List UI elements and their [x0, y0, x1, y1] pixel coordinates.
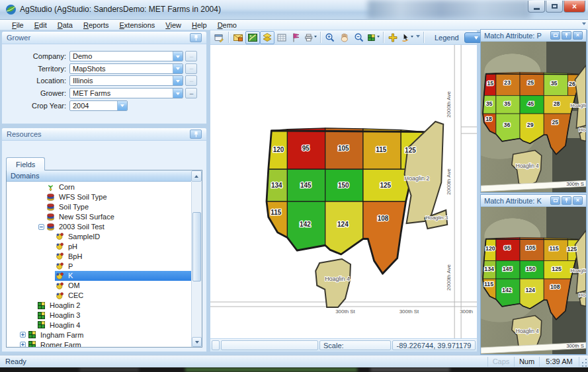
measure-button[interactable]: [386, 31, 400, 44]
close-icon[interactable]: [573, 196, 583, 205]
tree-item-p[interactable]: P: [7, 261, 191, 271]
tree-item-cec[interactable]: CEC: [7, 291, 191, 301]
print-button[interactable]: [304, 31, 318, 44]
chevron-down-icon[interactable]: [173, 64, 183, 73]
tab-fields[interactable]: Fields: [6, 157, 45, 170]
minimize-button[interactable]: [528, 1, 545, 13]
tree-item-bph[interactable]: BpH: [7, 251, 191, 261]
zoom-out-button[interactable]: [352, 31, 366, 44]
expand-icon[interactable]: [19, 342, 27, 347]
resize-grip[interactable]: [579, 357, 588, 367]
map-view-button[interactable]: [245, 31, 260, 44]
legend-toolbar: Legend: [429, 32, 488, 43]
flag-button[interactable]: [289, 31, 304, 44]
restore-icon[interactable]: [550, 31, 560, 40]
field-icon: [37, 320, 46, 329]
scroll-down-button[interactable]: [192, 337, 202, 347]
table-button[interactable]: [274, 31, 289, 44]
tree-item-hoaglin-3[interactable]: Hoaglin 3: [7, 311, 191, 320]
toolbar-overflow-icon[interactable]: [415, 31, 421, 44]
layers-button[interactable]: [260, 31, 274, 44]
map-canvas[interactable]: 2000th Ave2000th Ave2000th Ave300th St30…: [210, 45, 478, 338]
chevron-down-icon[interactable]: [173, 52, 183, 61]
menu-item-file[interactable]: File: [7, 20, 29, 30]
menu-item-reports[interactable]: Reports: [78, 20, 114, 30]
tree-item-ph[interactable]: pH: [7, 241, 191, 251]
map-coordinates: -89.226744, 39.971179: [392, 340, 476, 350]
location-combo[interactable]: Illinois: [69, 75, 183, 86]
pan-button[interactable]: [337, 31, 352, 44]
domains-tree-header: Domains: [7, 170, 191, 182]
pin-icon[interactable]: [190, 130, 202, 139]
chevron-down-icon[interactable]: [117, 101, 127, 110]
tree-item-new-ssi-surface[interactable]: New SSI Surface: [7, 212, 191, 222]
chevron-down-icon[interactable]: [173, 89, 183, 98]
territory-combo[interactable]: MapShots: [69, 63, 183, 74]
crop-year-combo[interactable]: 2004: [69, 100, 128, 111]
caps-indicator: Caps: [487, 357, 514, 367]
territory-value: MapShots: [70, 64, 173, 73]
tree-item-hoaglin-2[interactable]: Hoaglin 2: [7, 301, 191, 311]
company-combo[interactable]: Demo: [69, 51, 183, 61]
chevron-down-icon: [313, 36, 317, 39]
maximize-button[interactable]: [546, 1, 563, 13]
close-icon[interactable]: [573, 31, 583, 40]
attribute-icon: [56, 281, 64, 290]
tree-item-hoaglin-4[interactable]: Hoaglin 4: [7, 320, 191, 330]
farm-icon: [28, 330, 36, 339]
company-label: Company:: [6, 52, 69, 60]
location-value: Illinois: [70, 76, 173, 85]
soil-dataset-icon: [46, 193, 55, 202]
collapse-icon[interactable]: [37, 224, 46, 230]
scrollbar-thumb[interactable]: [192, 212, 201, 281]
mapshot-button[interactable]: [231, 31, 245, 44]
tree-item-om[interactable]: OM: [7, 281, 191, 291]
menu-item-view[interactable]: View: [160, 20, 187, 30]
pin-icon[interactable]: [562, 31, 571, 40]
crop-year-value: 2004: [70, 101, 117, 110]
flag-icon: [291, 32, 302, 43]
company-browse-button: [185, 51, 197, 61]
map-status-segment: [212, 340, 220, 350]
menu-item-edit[interactable]: Edit: [29, 20, 52, 30]
num-indicator: Num: [514, 357, 539, 367]
tree-item-sampleid[interactable]: SampleID: [7, 231, 191, 241]
scroll-up-button[interactable]: [191, 170, 202, 182]
zoom-in-button[interactable]: [323, 31, 337, 44]
tree-item-wfs-soil-type[interactable]: WFS Soil Type: [7, 192, 191, 202]
expand-icon[interactable]: [19, 332, 27, 338]
match-attribute-p-title: Match Attribute: P: [484, 32, 542, 40]
select-button[interactable]: [400, 31, 415, 44]
grower-browse-button[interactable]: [185, 88, 197, 98]
grower-panel-title: Grower: [7, 34, 30, 42]
tree-item-corn[interactable]: Corn: [7, 182, 191, 192]
tree-scrollbar[interactable]: [191, 182, 202, 347]
menu-item-help[interactable]: Help: [187, 20, 212, 30]
menu-item-extensions[interactable]: Extensions: [114, 20, 161, 30]
chevron-down-icon[interactable]: [173, 76, 183, 85]
map-properties-button[interactable]: [212, 31, 226, 44]
tree-item-k[interactable]: K: [7, 271, 191, 281]
grid-layer-button[interactable]: [366, 31, 381, 44]
restore-icon[interactable]: [550, 196, 560, 205]
attribute-icon: [56, 262, 64, 270]
zoom-out-icon: [354, 32, 364, 43]
match-attribute-p-map: Hoaglin 2Hoaglin 3Hoaglin 4300th S152325…: [481, 42, 586, 192]
grower-label: Grower:: [6, 89, 69, 97]
menu-item-data[interactable]: Data: [52, 20, 78, 30]
tree-item-ingham-farm[interactable]: Ingham Farm: [7, 330, 191, 340]
tree-item-2003-soil-test[interactable]: 2003 Soil Test: [7, 222, 191, 232]
corn-icon: [46, 183, 55, 192]
tree-item-soil-type[interactable]: Soil Type: [7, 202, 191, 212]
menubar-overflow-icon[interactable]: [582, 22, 586, 27]
svg-text:300th St: 300th St: [399, 309, 419, 315]
print-icon: [304, 32, 313, 43]
menu-item-demo[interactable]: Demo: [212, 20, 242, 30]
pin-icon[interactable]: [562, 196, 571, 205]
svg-text:Hoaglin 4: Hoaglin 4: [516, 163, 539, 169]
svg-text:Hoaglin 3: Hoaglin 3: [426, 215, 448, 221]
grower-combo[interactable]: MET Farms: [69, 88, 183, 98]
pin-icon[interactable]: [190, 33, 202, 42]
tree-item-romer-farm[interactable]: Romer Farm: [7, 340, 191, 347]
close-button[interactable]: ×: [564, 1, 585, 13]
